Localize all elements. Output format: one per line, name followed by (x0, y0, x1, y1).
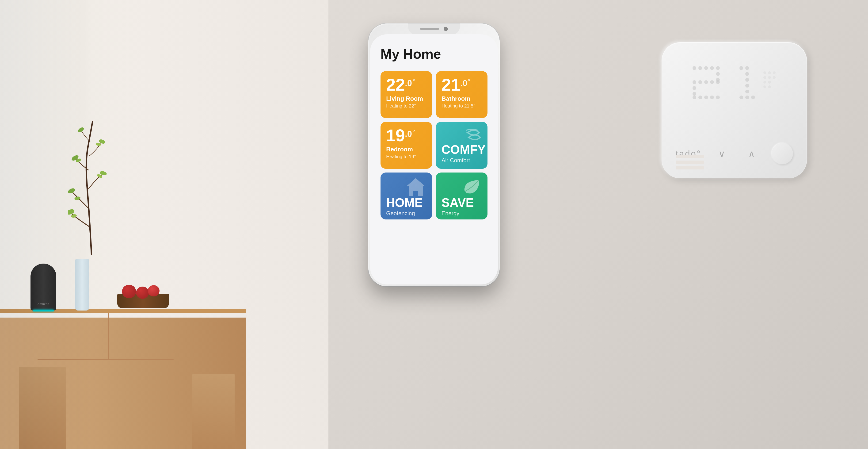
plate-3 (676, 166, 704, 170)
bedroom-status: Heating to 19° (386, 154, 427, 159)
svg-point-42 (763, 76, 766, 79)
svg-point-12 (699, 66, 702, 70)
plates-area (676, 155, 704, 172)
svg-point-33 (745, 78, 749, 82)
plant-vase (75, 259, 89, 310)
svg-point-26 (699, 95, 702, 99)
thermostat-display (676, 59, 793, 106)
svg-point-14 (710, 66, 714, 70)
leaf-icon (463, 176, 484, 198)
svg-point-5 (77, 126, 85, 133)
svg-point-32 (745, 72, 749, 76)
svg-point-27 (704, 95, 708, 99)
svg-point-37 (745, 95, 749, 99)
svg-point-39 (763, 71, 766, 74)
svg-point-44 (773, 76, 776, 79)
thermostat-down-button[interactable]: ∨ (712, 148, 731, 159)
svg-point-28 (710, 95, 714, 99)
svg-point-30 (739, 66, 743, 70)
living-room-card[interactable]: 22 .0 ° Living Room Heating to 22° (380, 71, 432, 118)
svg-point-15 (716, 66, 720, 70)
svg-point-43 (768, 76, 771, 79)
fruit-bowl (117, 294, 169, 308)
svg-point-18 (692, 80, 696, 84)
plate-1 (676, 155, 704, 158)
svg-point-41 (773, 71, 776, 74)
svg-point-38 (751, 95, 755, 99)
save-sublabel: Energy (441, 210, 482, 217)
phone-camera (444, 27, 448, 31)
bedroom-card[interactable]: 19 .0 ° Bedroom Heating to 19° (380, 122, 432, 169)
room-grid: 22 .0 ° Living Room Heating to 22° 21 .0… (380, 71, 488, 219)
living-room-name: Living Room (386, 95, 427, 102)
svg-point-21 (710, 80, 714, 84)
plate-2 (676, 160, 704, 164)
phone-device: My Home 22 .0 ° Living Room Heating to 2… (368, 24, 500, 286)
bedroom-name: Bedroom (386, 146, 427, 153)
living-room-temp-dec: .0 (405, 79, 412, 88)
svg-point-16 (716, 72, 720, 76)
screen-content: My Home 22 .0 ° Living Room Heating to 2… (370, 34, 498, 285)
bathroom-status: Heating to 21.5° (441, 103, 482, 109)
svg-point-20 (704, 80, 708, 84)
svg-point-22 (716, 80, 720, 84)
svg-point-11 (692, 66, 696, 70)
chair-left (19, 367, 66, 449)
thermostat-up-button[interactable]: ∧ (742, 148, 761, 159)
comfy-card[interactable]: COMFY Air Comfort (436, 122, 488, 169)
svg-point-23 (692, 86, 696, 90)
svg-point-25 (692, 95, 696, 99)
bathroom-temp: 21 .0 ° (441, 76, 482, 93)
thermostat-action-button[interactable] (772, 143, 793, 164)
phone-speaker (420, 28, 439, 30)
plant-branch (68, 119, 115, 259)
bathroom-degree: ° (468, 78, 470, 85)
bedroom-temp-int: 19 (386, 127, 405, 144)
svg-point-13 (704, 66, 708, 70)
svg-point-24 (692, 92, 696, 96)
house-icon (404, 176, 428, 200)
living-room-temp: 22 .0 ° (386, 76, 427, 93)
living-room-degree: ° (412, 78, 415, 85)
svg-point-34 (745, 84, 749, 88)
svg-point-31 (745, 66, 749, 70)
svg-point-35 (745, 90, 749, 93)
living-room-temp-int: 22 (386, 76, 405, 93)
bedroom-temp-dec: .0 (405, 130, 412, 138)
chair-right (192, 374, 235, 449)
echo-label: amazon (37, 302, 49, 306)
echo-ring (33, 309, 54, 311)
svg-point-40 (768, 71, 771, 74)
bedroom-degree: ° (412, 129, 415, 136)
phone-notch (408, 24, 460, 34)
home-sublabel: Geofencing (386, 210, 427, 217)
svg-point-48 (768, 85, 771, 88)
living-room-status: Heating to 22° (386, 103, 427, 109)
svg-point-29 (716, 95, 720, 99)
save-card[interactable]: SAVE Energy (436, 173, 488, 219)
comfy-sublabel: Air Comfort (441, 157, 482, 163)
svg-point-36 (739, 95, 743, 99)
app-title: My Home (380, 46, 488, 62)
bathroom-name: Bathroom (441, 95, 482, 102)
drawer-line-1 (37, 359, 174, 360)
amazon-echo: amazon (31, 264, 56, 310)
svg-point-10 (96, 143, 101, 146)
phone-screen: My Home 22 .0 ° Living Room Heating to 2… (370, 34, 498, 285)
bedroom-temp: 19 .0 ° (386, 127, 427, 144)
svg-point-1 (68, 187, 76, 194)
svg-point-46 (768, 81, 771, 84)
bathroom-temp-int: 21 (441, 76, 460, 93)
svg-point-45 (763, 81, 766, 84)
drawer-line-2 (108, 313, 109, 360)
svg-point-47 (763, 85, 766, 88)
phone-body: My Home 22 .0 ° Living Room Heating to 2… (368, 24, 500, 286)
air-flow-icon (463, 126, 484, 148)
home-card[interactable]: HOME Geofencing (380, 173, 432, 219)
bathroom-card[interactable]: 21 .0 ° Bathroom Heating to 21.5° (436, 71, 488, 118)
svg-point-19 (699, 80, 702, 84)
bathroom-temp-dec: .0 (460, 79, 467, 88)
